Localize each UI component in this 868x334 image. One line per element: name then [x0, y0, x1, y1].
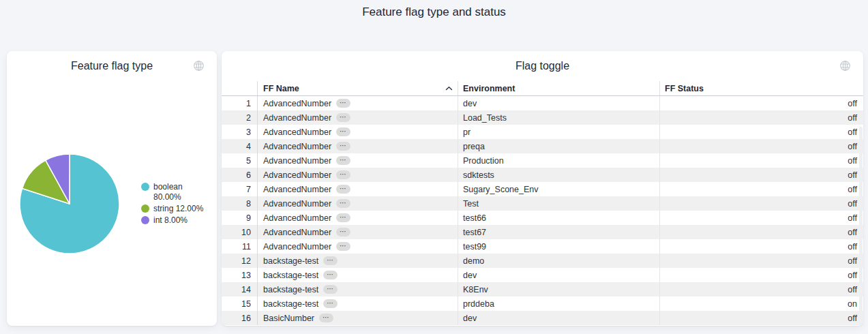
table-row: 5AdvancedNumber⋯Productionoff: [222, 153, 863, 168]
ff-name-text: AdvancedNumber: [263, 213, 331, 223]
cell-ff-name: backstage-test⋯: [258, 254, 458, 268]
table-body: 1AdvancedNumber⋯devoff2AdvancedNumber⋯Lo…: [222, 96, 863, 325]
ff-name-text: AdvancedNumber: [263, 185, 331, 194]
cell-ff-name: AdvancedNumber⋯: [258, 239, 458, 254]
cell-environment: dev: [458, 96, 660, 110]
ellipsis-badge-icon[interactable]: ⋯: [323, 299, 338, 308]
sort-ascending-icon[interactable]: [445, 86, 453, 91]
cell-row-number: 15: [222, 297, 258, 311]
cell-ff-status: off: [660, 311, 863, 325]
cell-environment: demo: [458, 254, 660, 268]
table-scrollbar[interactable]: [859, 127, 863, 326]
table-row: 14backstage-test⋯K8Envoff: [222, 282, 863, 297]
cell-ff-name: backstage-test⋯: [258, 268, 458, 282]
legend-label: string 12.00%: [153, 204, 203, 214]
cell-environment: dev: [458, 311, 660, 325]
table-row: 2AdvancedNumber⋯Load_Testsoff: [222, 110, 863, 125]
flag-toggle-table: FF Name Environment FF Status 1AdvancedN…: [222, 81, 863, 326]
ellipsis-badge-icon[interactable]: ⋯: [336, 228, 350, 237]
legend-item-string[interactable]: string 12.00%: [141, 204, 203, 214]
cell-ff-name: AdvancedNumber⋯: [258, 196, 458, 211]
column-header-ff-status[interactable]: FF Status: [660, 81, 863, 95]
ellipsis-badge-icon[interactable]: ⋯: [336, 242, 350, 251]
ellipsis-badge-icon[interactable]: ⋯: [336, 127, 350, 136]
table-row: 12backstage-test⋯demooff: [222, 254, 863, 268]
cell-ff-name: AdvancedNumber⋯: [258, 110, 458, 125]
ellipsis-badge-icon[interactable]: ⋯: [336, 99, 350, 108]
flag-toggle-panel: Flag toggle FF Name Environment: [222, 51, 863, 326]
ellipsis-badge-icon[interactable]: ⋯: [336, 185, 350, 194]
table-panel-title[interactable]: Flag toggle: [222, 51, 863, 81]
table-row: 6AdvancedNumber⋯sdktestsoff: [222, 168, 863, 182]
cell-row-number: 11: [222, 239, 258, 254]
cell-ff-name: BasicNumber⋯: [258, 311, 458, 325]
cell-environment: test67: [458, 225, 660, 239]
cell-ff-status: off: [660, 153, 863, 168]
globe-icon[interactable]: [839, 60, 851, 72]
legend-label: boolean 80.00%: [153, 182, 183, 202]
ff-status-header-label: FF Status: [665, 84, 704, 93]
ellipsis-badge-icon[interactable]: ⋯: [336, 113, 350, 122]
cell-row-number: 16: [222, 311, 258, 325]
ellipsis-badge-icon[interactable]: ⋯: [336, 142, 350, 151]
legend-color-dot: [141, 183, 149, 191]
legend-item-boolean[interactable]: boolean 80.00%: [141, 182, 203, 202]
ellipsis-badge-icon[interactable]: ⋯: [323, 285, 338, 294]
cell-ff-name: AdvancedNumber⋯: [258, 125, 458, 139]
ellipsis-badge-icon[interactable]: ⋯: [323, 256, 338, 265]
cell-ff-status: off: [660, 96, 863, 110]
cell-environment: Test: [458, 196, 660, 211]
cell-ff-status: off: [660, 125, 863, 139]
cell-ff-name: AdvancedNumber⋯: [258, 168, 458, 182]
cell-ff-status: off: [660, 254, 863, 268]
ff-name-text: AdvancedNumber: [263, 99, 331, 108]
cell-environment: dev: [458, 268, 660, 282]
cell-ff-name: AdvancedNumber⋯: [258, 96, 458, 110]
ellipsis-badge-icon[interactable]: ⋯: [336, 156, 350, 165]
environment-header-label: Environment: [463, 84, 515, 93]
table-row: 1AdvancedNumber⋯devoff: [222, 96, 863, 110]
ff-name-text: backstage-test: [263, 299, 318, 309]
cell-ff-name: AdvancedNumber⋯: [258, 225, 458, 239]
ff-name-text: AdvancedNumber: [263, 142, 331, 151]
cell-ff-status: off: [660, 196, 863, 211]
ellipsis-badge-icon[interactable]: ⋯: [336, 199, 350, 208]
ff-name-text: AdvancedNumber: [263, 127, 331, 137]
cell-row-number: 8: [222, 196, 258, 211]
cell-ff-status: off: [660, 268, 863, 282]
table-row: 8AdvancedNumber⋯Testoff: [222, 196, 863, 211]
dashboard-title: Feature flag type and status: [0, 5, 868, 19]
cell-environment: prddeba: [458, 297, 660, 311]
ff-name-text: BasicNumber: [263, 314, 314, 323]
cell-row-number: 4: [222, 139, 258, 153]
column-header-environment[interactable]: Environment: [458, 81, 660, 95]
cell-ff-name: backstage-test⋯: [258, 282, 458, 297]
ff-name-text: AdvancedNumber: [263, 199, 331, 209]
ff-name-header-label: FF Name: [263, 84, 299, 93]
cell-ff-status: off: [660, 239, 863, 254]
table-row: 16BasicNumber⋯devoff: [222, 311, 863, 325]
cell-environment: Production: [458, 153, 660, 168]
legend-label: int 8.00%: [153, 215, 188, 226]
ff-name-text: AdvancedNumber: [263, 242, 331, 252]
ff-name-text: AdvancedNumber: [263, 228, 331, 237]
ellipsis-badge-icon[interactable]: ⋯: [319, 314, 333, 322]
cell-ff-name: backstage-test⋯: [258, 297, 458, 311]
column-header-ff-name[interactable]: FF Name: [258, 81, 458, 95]
cell-environment: test99: [458, 239, 660, 254]
cell-row-number: 9: [222, 211, 258, 225]
ellipsis-badge-icon[interactable]: ⋯: [323, 271, 338, 279]
legend-item-int[interactable]: int 8.00%: [141, 215, 203, 226]
cell-row-number: 2: [222, 110, 258, 125]
ellipsis-badge-icon[interactable]: ⋯: [336, 170, 350, 179]
cell-environment: pr: [458, 125, 660, 139]
cell-row-number: 6: [222, 168, 258, 182]
cell-ff-name: AdvancedNumber⋯: [258, 211, 458, 225]
cell-environment: Load_Tests: [458, 110, 660, 125]
cell-environment: preqa: [458, 139, 660, 153]
cell-ff-status: off: [660, 182, 863, 196]
pie-legend: boolean 80.00%string 12.00%int 8.00%: [141, 182, 203, 227]
ellipsis-badge-icon[interactable]: ⋯: [336, 213, 350, 222]
legend-color-dot: [141, 204, 149, 213]
cell-ff-status: off: [660, 139, 863, 153]
